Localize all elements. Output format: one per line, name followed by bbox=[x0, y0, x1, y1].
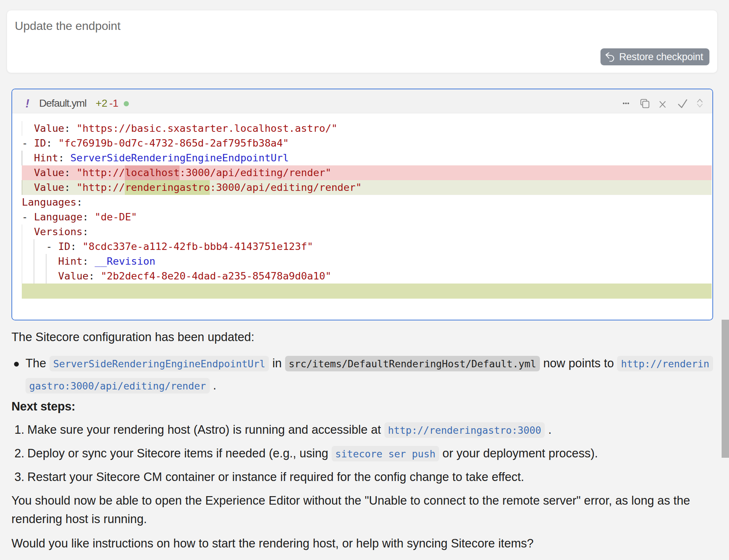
code-token: "https://basic.sxastarter.localhost.astr… bbox=[76, 123, 338, 134]
code-line-text: Value: "http://localhost:3000/api/editin… bbox=[22, 167, 331, 178]
code-token: - bbox=[22, 137, 34, 149]
code-line-text: Languages: bbox=[22, 196, 82, 208]
step-number: 2. bbox=[14, 444, 24, 463]
code-token bbox=[89, 255, 95, 267]
outro-paragraph-1: You should now be able to open the Exper… bbox=[11, 491, 712, 528]
code-token: : bbox=[82, 255, 88, 267]
file-name: Default.yml bbox=[39, 92, 86, 115]
code-token bbox=[70, 167, 76, 178]
code-line-text: Value: "http://renderingastro:3000/api/e… bbox=[22, 182, 362, 193]
code-token bbox=[70, 123, 76, 134]
code-line: Value: "2b2decf4-8e20-4dad-a235-85478a9d… bbox=[12, 269, 712, 284]
code-line-text: - ID: "fc76919b-0d7c-4732-865d-2af795fb3… bbox=[22, 137, 289, 149]
inline-code: sitecore ser push bbox=[332, 446, 439, 461]
step-number: 3. bbox=[14, 468, 24, 486]
code-line-text: Value: "https://basic.sxastarter.localho… bbox=[22, 123, 338, 134]
diff-panel-header: ! Default.yml +2 -1 bbox=[12, 89, 712, 113]
inline-code[interactable]: src/items/DefaultRenderingHost/Default.y… bbox=[285, 356, 540, 371]
additions-count: +2 bbox=[96, 92, 107, 115]
code-token: "http:// bbox=[76, 182, 125, 193]
next-steps-heading: Next steps: bbox=[11, 397, 712, 416]
code-token: ID bbox=[58, 241, 71, 252]
step-number: 1. bbox=[14, 420, 24, 439]
code-token bbox=[76, 241, 82, 252]
diff-panel: ! Default.yml +2 -1 bbox=[11, 89, 713, 320]
code-token: Value bbox=[34, 123, 64, 134]
code-token bbox=[52, 137, 58, 149]
assistant-response: The Sitecore configuration has been upda… bbox=[11, 328, 712, 553]
code-token: Value bbox=[58, 270, 89, 282]
code-token: "2b2decf4-8e20-4dad-a235-85478a9d0a10" bbox=[101, 270, 332, 282]
code-token: :3000/api/editing/render" bbox=[210, 182, 362, 193]
code-token: Languages bbox=[22, 196, 76, 208]
code-line: Languages: bbox=[12, 195, 712, 210]
user-message-text: Update the endpoint bbox=[15, 19, 120, 33]
code-line: Value: "http://localhost:3000/api/editin… bbox=[12, 165, 712, 180]
code-token: Hint bbox=[58, 255, 83, 267]
inline-code: http://renderingastro:3000 bbox=[384, 422, 545, 438]
code-token: : bbox=[64, 123, 70, 134]
code-token: __Revision bbox=[95, 255, 155, 267]
diff-line-background bbox=[22, 284, 712, 299]
code-token: ID bbox=[34, 137, 46, 149]
code-token: Language bbox=[34, 211, 82, 223]
steps-list: 1.Make sure your rendering host (Astro) … bbox=[11, 420, 712, 486]
step-item: 3.Restart your Sitecore CM container or … bbox=[11, 468, 712, 486]
code-token: Value bbox=[34, 182, 64, 193]
close-icon[interactable] bbox=[657, 98, 668, 109]
code-token: : bbox=[82, 211, 88, 223]
code-line-text: Value: "2b2decf4-8e20-4dad-a235-85478a9d… bbox=[22, 270, 331, 282]
intro-paragraph: The Sitecore configuration has been upda… bbox=[11, 328, 712, 346]
code-line-text: Versions: bbox=[22, 226, 89, 237]
step-item: 1.Make sure your rendering host (Astro) … bbox=[11, 420, 712, 439]
expand-icon[interactable] bbox=[694, 98, 705, 109]
code-line bbox=[12, 284, 712, 299]
code-token bbox=[22, 182, 34, 193]
check-icon[interactable] bbox=[677, 98, 688, 109]
scrollbar-thumb[interactable] bbox=[722, 320, 729, 458]
copy-icon[interactable] bbox=[639, 98, 650, 109]
more-actions-icon[interactable] bbox=[620, 98, 632, 109]
code-line-text: - Language: "de-DE" bbox=[22, 211, 137, 223]
diff-word-highlight: localhost bbox=[125, 165, 179, 180]
user-message-card: Update the endpoint Restore checkpoint bbox=[7, 10, 718, 73]
code-token bbox=[95, 270, 100, 282]
restore-checkpoint-label: Restore checkpoint bbox=[619, 51, 703, 63]
code-token: "8cdc337e-a112-42fb-bbb4-4143751e123f" bbox=[82, 241, 313, 252]
code-token bbox=[22, 123, 34, 134]
code-line: - Language: "de-DE" bbox=[12, 210, 712, 224]
code-token: - bbox=[22, 241, 58, 252]
code-token: : bbox=[89, 270, 95, 282]
code-token bbox=[22, 270, 58, 282]
inline-code: http://renderin bbox=[617, 356, 713, 371]
code-line: - ID: "fc76919b-0d7c-4732-865d-2af795fb3… bbox=[12, 136, 712, 151]
code-token: : bbox=[64, 167, 70, 178]
code-line-text: Hint: __Revision bbox=[22, 255, 155, 267]
code-token: "de-DE" bbox=[95, 211, 137, 223]
code-line: Versions: bbox=[12, 224, 712, 239]
code-token bbox=[22, 152, 34, 164]
code-token: : bbox=[46, 137, 52, 149]
code-token: Value bbox=[34, 167, 64, 178]
code-line: Hint: __Revision bbox=[12, 254, 712, 269]
code-line-text: - ID: "8cdc337e-a112-42fb-bbb4-4143751e1… bbox=[22, 241, 313, 252]
undo-arrow-icon bbox=[605, 52, 615, 62]
code-token: - bbox=[22, 211, 34, 223]
inline-code: ServerSideRenderingEngineEndpointUrl bbox=[49, 356, 269, 371]
modified-status-dot bbox=[124, 101, 129, 106]
code-token: : bbox=[64, 182, 70, 193]
inline-code: gastro:3000/api/editing/render bbox=[25, 378, 210, 394]
code-token: ServerSideRenderingEngineEndpointUrl bbox=[71, 152, 289, 164]
step-item: 2.Deploy or sync your Sitecore items if … bbox=[11, 444, 712, 463]
code-line: Hint: ServerSideRenderingEngineEndpointU… bbox=[12, 151, 712, 165]
code-token: Hint bbox=[34, 152, 58, 164]
deletions-count: -1 bbox=[109, 92, 119, 115]
code-token bbox=[70, 182, 76, 193]
code-token: : bbox=[70, 241, 76, 252]
outro-paragraph-2: Would you like instructions on how to st… bbox=[11, 534, 712, 553]
code-token: : bbox=[82, 226, 88, 237]
restore-checkpoint-button[interactable]: Restore checkpoint bbox=[600, 48, 709, 65]
code-token bbox=[22, 226, 34, 237]
code-token: "fc76919b-0d7c-4732-865d-2af795fb38a4" bbox=[58, 137, 289, 149]
code-token bbox=[22, 255, 58, 267]
